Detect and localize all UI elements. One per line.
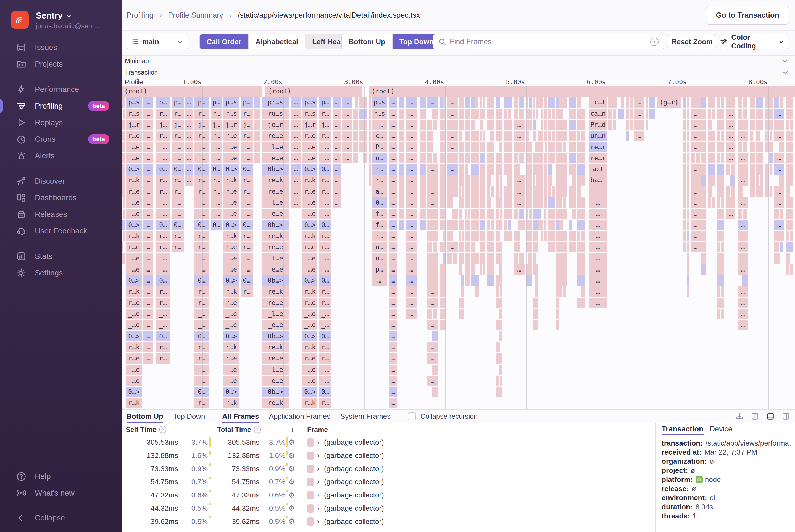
download-icon[interactable]	[735, 412, 744, 420]
flame-frame[interactable]: …	[389, 276, 398, 286]
flame-frame[interactable]	[427, 142, 433, 152]
flame-frame[interactable]	[123, 109, 125, 119]
flame-frame[interactable]	[721, 131, 724, 141]
flame-frame[interactable]: …	[389, 197, 398, 208]
flame-frame[interactable]	[538, 175, 544, 186]
flame-frame[interactable]: r…s	[126, 109, 142, 119]
flame-frame[interactable]	[533, 187, 537, 197]
flame-frame[interactable]	[544, 164, 547, 175]
flame-frame[interactable]: r…e	[224, 187, 239, 197]
flame-frame[interactable]: act	[589, 164, 607, 175]
flame-frame[interactable]	[533, 264, 537, 275]
flame-frame[interactable]	[544, 131, 547, 141]
flame-frame[interactable]: r…k	[224, 398, 239, 408]
flame-frame[interactable]: _…e	[224, 253, 239, 264]
flame-frame[interactable]	[427, 309, 432, 319]
flame-frame[interactable]: 0…	[156, 220, 170, 230]
flame-frame[interactable]: …	[144, 276, 153, 286]
flame-frame[interactable]	[519, 109, 524, 119]
flame-frame[interactable]: …	[389, 253, 398, 264]
flame-frame[interactable]: p…	[156, 97, 170, 108]
flame-frame[interactable]	[538, 164, 541, 175]
flame-frame[interactable]: …	[691, 120, 701, 130]
flame-frame[interactable]	[538, 142, 544, 152]
flame-frame[interactable]	[572, 209, 576, 219]
flame-frame[interactable]: …	[144, 142, 153, 152]
flame-frame[interactable]: …	[406, 131, 417, 141]
flame-frame[interactable]: …	[514, 197, 525, 208]
gear-icon[interactable]: ⚙	[288, 515, 295, 528]
flame-frame[interactable]	[756, 131, 760, 141]
flame-frame[interactable]	[556, 286, 559, 297]
flame-frame[interactable]: re…e	[262, 131, 289, 141]
flame-frame[interactable]	[544, 187, 547, 197]
flame-frame[interactable]	[465, 231, 470, 242]
flame-frame[interactable]: …	[738, 197, 748, 208]
flame-frame[interactable]	[533, 131, 536, 141]
flame-frame[interactable]	[427, 276, 438, 286]
flame-frame[interactable]	[420, 175, 426, 186]
flame-frame[interactable]: 0…	[194, 164, 209, 175]
sidebar-item-crons[interactable]: Cronsbeta	[0, 131, 121, 148]
flame-frame[interactable]: …	[144, 353, 153, 364]
flame-frame[interactable]	[559, 197, 563, 208]
flame-frame[interactable]: c…	[372, 131, 387, 141]
flame-frame[interactable]	[569, 231, 576, 242]
flame-frame[interactable]: …	[389, 309, 398, 319]
flame-frame[interactable]	[708, 142, 715, 152]
expand-chevron-icon[interactable]: ›	[317, 515, 320, 528]
flame-frame[interactable]	[427, 220, 438, 230]
flame-frame[interactable]	[526, 231, 532, 242]
flame-frame[interactable]: r…	[211, 187, 222, 197]
flame-frame[interactable]: r…	[211, 131, 222, 141]
flame-frame[interactable]	[471, 153, 479, 164]
flame-frame[interactable]: r…e	[126, 187, 142, 197]
flame-frame[interactable]	[514, 164, 520, 175]
flame-frame[interactable]	[459, 97, 464, 108]
flame-frame[interactable]: j…r	[302, 120, 317, 130]
expand-chevron-icon[interactable]: ›	[317, 489, 320, 502]
flame-frame[interactable]	[774, 120, 784, 130]
flame-frame[interactable]	[717, 276, 724, 286]
flame-frame[interactable]: _…e	[302, 320, 317, 330]
flame-frame[interactable]	[535, 286, 537, 297]
flame-frame[interactable]: 0…	[156, 164, 170, 175]
flame-frame[interactable]: …	[691, 164, 701, 175]
flame-frame[interactable]: j…r	[224, 120, 239, 130]
flame-frame[interactable]	[468, 209, 470, 219]
flame-frame[interactable]	[369, 175, 371, 186]
flame-frame[interactable]: …	[185, 120, 192, 130]
flame-frame[interactable]: …	[738, 309, 748, 319]
flame-frame[interactable]: …	[185, 97, 192, 108]
flame-frame[interactable]	[399, 153, 403, 164]
flame-frame[interactable]: …	[738, 286, 748, 297]
flame-frame[interactable]: 0…	[194, 331, 209, 342]
flame-frame[interactable]	[359, 120, 367, 130]
flame-frame[interactable]: …	[389, 109, 398, 119]
flame-frame[interactable]: 0…	[156, 331, 170, 342]
flame-frame[interactable]: _…	[194, 365, 209, 375]
flame-frame[interactable]: re…k	[262, 231, 289, 242]
flame-frame[interactable]	[369, 109, 371, 119]
flame-frame[interactable]: …	[389, 376, 398, 386]
flame-frame[interactable]	[459, 197, 464, 208]
flame-frame[interactable]: r…	[194, 342, 209, 353]
flame-frame[interactable]	[577, 131, 580, 141]
flame-frame[interactable]	[786, 153, 793, 164]
flame-frame[interactable]: _…	[172, 209, 184, 219]
flame-frame[interactable]	[548, 197, 555, 208]
flame-frame[interactable]: …	[589, 231, 607, 242]
flame-frame[interactable]: …	[726, 131, 736, 141]
flame-frame[interactable]: …	[406, 253, 417, 264]
flame-frame[interactable]: r…e	[126, 131, 142, 141]
flame-frame[interactable]: r…k	[126, 231, 142, 242]
flame-frame[interactable]	[447, 153, 458, 164]
flame-frame[interactable]: …	[406, 298, 417, 308]
flame-frame[interactable]	[630, 109, 633, 119]
flame-frame[interactable]: …	[389, 353, 398, 364]
flame-frame[interactable]	[465, 209, 467, 219]
flame-frame[interactable]: _…e	[126, 264, 142, 275]
flame-frame[interactable]	[123, 197, 125, 208]
flame-frame[interactable]	[369, 153, 371, 164]
flame-frame[interactable]	[544, 153, 547, 164]
